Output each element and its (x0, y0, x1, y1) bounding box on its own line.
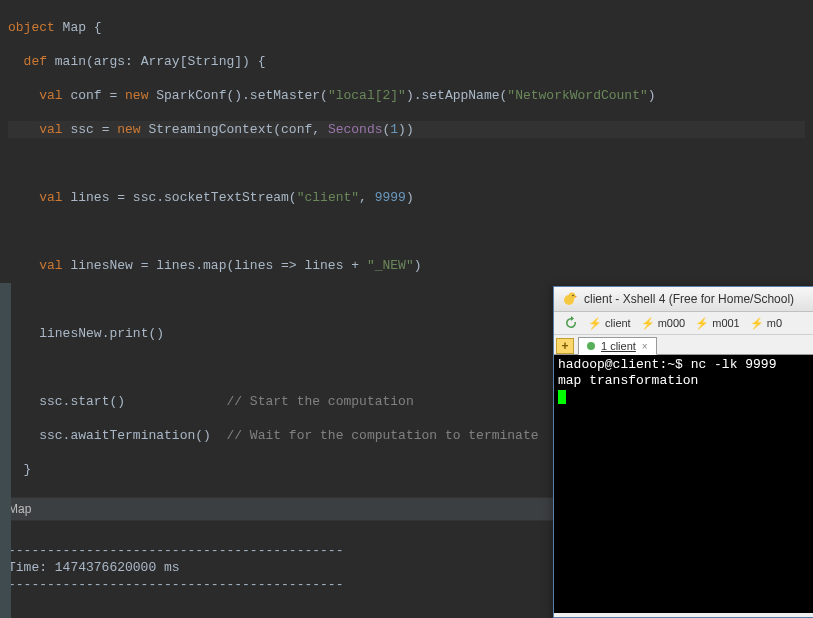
toolbar-m0x-button[interactable]: ⚡m0 (746, 315, 786, 332)
xshell-window: client - Xshell 4 (Free for Home/School)… (553, 286, 813, 618)
terminal-prompt: hadoop@client:~$ (558, 357, 691, 372)
tab-client[interactable]: 1 client × (578, 337, 657, 355)
titlebar[interactable]: client - Xshell 4 (Free for Home/School) (554, 287, 813, 312)
svg-point-2 (572, 295, 574, 297)
toolbar-refresh-button[interactable] (560, 314, 582, 332)
keyword-object: object (8, 20, 55, 35)
terminal-cursor (558, 390, 566, 404)
toolbar-m001-button[interactable]: ⚡m001 (691, 315, 744, 332)
tabbar: + 1 client × (554, 335, 813, 355)
app-icon (562, 291, 578, 307)
tab-label: 1 client (601, 340, 636, 352)
lightning-icon: ⚡ (695, 317, 709, 330)
toolbar-m000-button[interactable]: ⚡m000 (637, 315, 690, 332)
console-sep: ----------------------------------------… (8, 543, 343, 558)
svg-point-1 (569, 293, 576, 300)
toolbar: ⚡client ⚡m000 ⚡m001 ⚡m0 (554, 312, 813, 335)
tab-close-button[interactable]: × (642, 341, 648, 352)
add-tab-button[interactable]: + (556, 338, 574, 354)
lightning-icon: ⚡ (588, 317, 602, 330)
console-time-1: Time: 1474376620000 ms (8, 560, 180, 575)
terminal-cmd: nc -lk 9999 (691, 357, 777, 372)
window-title: client - Xshell 4 (Free for Home/School) (584, 292, 794, 306)
terminal-line: map transformation (558, 373, 698, 388)
breadcrumb-item[interactable]: Map (8, 502, 31, 516)
toolbar-client-button[interactable]: ⚡client (584, 315, 635, 332)
status-dot-icon (587, 342, 595, 350)
lightning-icon: ⚡ (750, 317, 764, 330)
keyword-def: def (24, 54, 47, 69)
terminal-body[interactable]: hadoop@client:~$ nc -lk 9999 map transfo… (554, 355, 813, 613)
lightning-icon: ⚡ (641, 317, 655, 330)
console-gutter (0, 283, 11, 618)
